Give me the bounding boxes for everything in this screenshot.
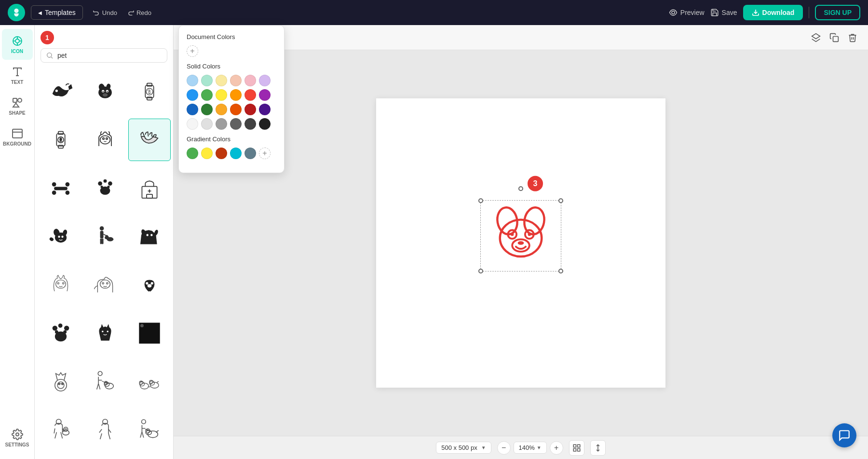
color-swatch[interactable] — [230, 118, 242, 130]
color-swatch[interactable] — [201, 104, 213, 115]
icon-cell-dogs-playing[interactable] — [128, 361, 171, 403]
color-swatch[interactable] — [187, 75, 198, 86]
icon-cell-person2[interactable] — [40, 409, 82, 451]
rotate-handle[interactable] — [518, 186, 523, 191]
gradient-colors-title: Gradient Colors — [187, 135, 276, 143]
icon-cell-pet-hospital[interactable] — [128, 167, 171, 210]
add-document-color-button[interactable]: + — [187, 45, 198, 57]
gradient-color-swatch[interactable] — [187, 148, 198, 159]
download-button[interactable]: Download — [743, 5, 803, 20]
icon-cell-pets-hands[interactable] — [128, 119, 171, 161]
size-display[interactable]: 500 x 500 px ▼ — [436, 442, 491, 454]
gradient-color-swatch[interactable] — [230, 148, 242, 159]
color-swatch[interactable] — [230, 104, 242, 115]
icon-cell-paw-big[interactable] — [40, 312, 82, 354]
sidebar-item-text[interactable]: TEXT — [2, 60, 33, 91]
zoom-out-button[interactable]: − — [497, 441, 511, 455]
icon-cell-dog-outline[interactable] — [84, 119, 126, 161]
svg-point-89 — [102, 331, 103, 332]
main-content: ICON TEXT SHAPE BKGROUND — [0, 25, 868, 459]
color-swatch[interactable] — [216, 118, 227, 130]
icon-cell-dog-pointer[interactable] — [84, 264, 126, 306]
color-swatch[interactable] — [230, 89, 242, 101]
bottom-bar: 500 x 500 px ▼ − 140% ▼ + — [174, 436, 868, 459]
color-swatch[interactable] — [259, 75, 271, 86]
grid-button[interactable] — [569, 440, 584, 456]
color-swatch[interactable] — [201, 75, 213, 86]
delete-button[interactable] — [845, 30, 860, 45]
color-swatch[interactable] — [216, 104, 227, 115]
color-swatch[interactable] — [201, 118, 213, 130]
zoom-display[interactable]: 140% ▼ — [514, 442, 547, 454]
svg-point-66 — [106, 235, 108, 237]
dog-icon[interactable] — [482, 202, 559, 270]
icon-cell-black-square[interactable] — [128, 312, 171, 354]
app-logo[interactable] — [8, 4, 25, 21]
zoom-in-button[interactable]: + — [550, 441, 563, 455]
svg-point-110 — [62, 430, 69, 435]
color-swatch[interactable] — [259, 104, 271, 115]
icon-cell-dog-black2[interactable] — [128, 216, 171, 258]
icon-cell-pet-watch[interactable] — [128, 70, 171, 113]
icon-cell-dog-hat[interactable] — [40, 216, 82, 258]
icon-cell-bone[interactable] — [40, 167, 82, 210]
icon-cell-wolf[interactable] — [40, 264, 82, 306]
color-swatch[interactable] — [244, 75, 256, 86]
color-swatch[interactable] — [230, 75, 242, 86]
color-swatch[interactable] — [244, 89, 256, 101]
icon-cell-watch2[interactable] — [40, 119, 82, 161]
icon-cell-person-dog[interactable] — [84, 216, 126, 258]
sidebar-item-settings[interactable]: SETTINGS — [2, 422, 33, 453]
sidebar-item-icon[interactable]: ICON — [2, 29, 33, 60]
svg-line-17 — [51, 57, 53, 58]
canvas[interactable]: 3 — [376, 98, 665, 388]
icon-cell-dog-head[interactable] — [84, 70, 126, 113]
preview-button[interactable]: Preview — [669, 8, 705, 17]
gradient-color-swatch[interactable] — [216, 148, 227, 159]
color-swatch[interactable] — [187, 104, 198, 115]
duplicate-button[interactable] — [827, 30, 842, 45]
icon-cell-cat-silhouette[interactable] — [84, 312, 126, 354]
svg-point-111 — [64, 427, 68, 432]
icon-cell-paw-combo[interactable] — [84, 167, 126, 210]
color-swatch[interactable] — [244, 104, 256, 115]
gradient-color-swatch[interactable] — [244, 148, 256, 159]
color-swatch[interactable] — [244, 118, 256, 130]
icon-cell-person3[interactable] — [84, 409, 126, 451]
icon-cell-person-dog2[interactable] — [84, 361, 126, 403]
search-input[interactable] — [57, 52, 162, 59]
icon-cell-person-dog3[interactable] — [128, 409, 171, 451]
align-button[interactable] — [590, 440, 606, 456]
save-button[interactable]: Save — [710, 8, 737, 17]
sidebar-item-background[interactable]: BKGROUND — [2, 122, 33, 152]
color-swatch[interactable] — [187, 89, 198, 101]
color-swatch[interactable] — [216, 89, 227, 101]
svg-point-95 — [58, 383, 60, 384]
svg-point-70 — [147, 234, 149, 236]
color-swatch[interactable] — [216, 75, 227, 86]
zoom-dropdown-arrow: ▼ — [537, 445, 542, 450]
undo-button[interactable]: Undo — [89, 7, 121, 18]
size-dropdown-arrow: ▼ — [481, 445, 486, 450]
sidebar-item-shape[interactable]: SHAPE — [2, 91, 33, 122]
icon-cell-paw-map[interactable] — [128, 264, 171, 306]
svg-point-15 — [16, 433, 19, 436]
color-swatch[interactable] — [259, 89, 271, 101]
templates-button[interactable]: ◀ Templates — [31, 5, 83, 20]
redo-button[interactable]: Redo — [123, 7, 155, 18]
chat-bubble[interactable] — [832, 423, 856, 447]
svg-point-78 — [148, 291, 150, 294]
icon-cell-cat-fish[interactable] — [40, 70, 82, 113]
color-swatch[interactable] — [201, 89, 213, 101]
color-swatch[interactable] — [187, 118, 198, 130]
color-swatch[interactable] — [259, 118, 271, 130]
solid-colors-row — [187, 75, 276, 130]
layers-button[interactable] — [808, 30, 824, 45]
add-gradient-color-button[interactable]: + — [259, 148, 271, 159]
svg-point-12 — [18, 98, 22, 102]
icon-cell-pet-medal[interactable] — [40, 361, 82, 403]
signup-button[interactable]: SIGN UP — [815, 5, 860, 20]
gradient-color-swatch[interactable] — [201, 148, 213, 159]
undo-label: Undo — [102, 9, 117, 16]
svg-point-58 — [61, 236, 63, 238]
